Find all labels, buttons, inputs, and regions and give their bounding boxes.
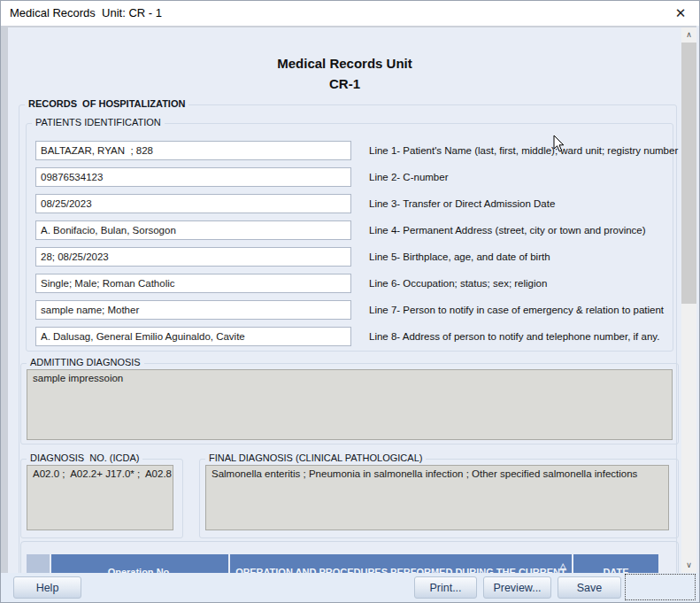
column-header-operation-no[interactable]: Operation No. xyxy=(51,554,228,573)
patient-row-label: Line 2- C-number xyxy=(369,167,448,187)
birthplace-age-field[interactable] xyxy=(35,247,351,267)
patient-row: Line 5- Birthplace, age, and date of bir… xyxy=(35,247,351,267)
diagnosis-no-label: DIAGNOSIS NO. (ICDA) xyxy=(27,452,142,463)
medical-records-dialog: Medical Records Unit: CR - 1 ✕ Medical R… xyxy=(0,0,700,603)
admitting-diagnosis-textarea[interactable]: sample impressoion xyxy=(27,369,673,440)
preview-button[interactable]: Preview... xyxy=(483,576,551,599)
form-title: Medical Records Unit xyxy=(8,56,681,71)
form-subtitle: CR-1 xyxy=(8,76,681,91)
dialog-body: Medical Records Unit CR-1 RECORDS OF HOS… xyxy=(1,26,699,573)
patients-identification-group: PATIENTS IDENTIFICATION Line 1- Patient'… xyxy=(26,123,673,352)
window-title: Medical Records Unit: CR - 1 xyxy=(10,6,162,19)
contact-address-field[interactable] xyxy=(35,327,351,346)
patient-row: Line 4- Permanent Address (street, city … xyxy=(35,220,351,240)
diagnosis-no-group: DIAGNOSIS NO. (ICDA) A02.0 ; A02.2+ J17.… xyxy=(20,459,183,538)
scrollbar-thumb[interactable] xyxy=(681,43,696,304)
scroll-down-icon[interactable]: ∨ xyxy=(681,558,696,573)
patient-row-label: Line 1- Patient's Name (last, first, mid… xyxy=(369,141,678,160)
patients-group-label: PATIENTS IDENTIFICATION xyxy=(32,117,165,128)
admitting-diagnosis-label: ADMITTING DIAGNOSIS xyxy=(27,357,144,367)
column-header-label: OPERATION AND PROCEDURES PERFORMED DURIN… xyxy=(235,567,565,573)
help-button[interactable]: Help xyxy=(13,576,81,599)
occupation-status-field[interactable] xyxy=(35,274,351,293)
records-group-label: RECORDS OF HOSPITALIZATION xyxy=(25,98,188,109)
final-diagnosis-group: FINAL DIAGNOSIS (CLINICAL PATHOLOGICAL) … xyxy=(199,459,679,538)
patient-row-label: Line 4- Permanent Address (street, city … xyxy=(369,220,646,240)
patient-row-label: Line 3- Transfer or Direct Admission Dat… xyxy=(369,194,555,213)
diagnosis-no-textarea[interactable]: A02.0 ; A02.2+ J17.0* ; A02.8 xyxy=(27,465,173,530)
admitting-diagnosis-group: ADMITTING DIAGNOSIS sample impressoion xyxy=(20,363,679,445)
table-corner-cell[interactable] xyxy=(27,554,50,573)
vertical-scrollbar[interactable]: ∧ ∨ xyxy=(681,27,696,573)
form-scroll-panel: Medical Records Unit CR-1 RECORDS OF HOS… xyxy=(8,27,681,573)
save-button[interactable]: Save xyxy=(558,576,621,599)
patient-row: Line 8- Address of person to notify and … xyxy=(35,327,351,346)
patient-row-label: Line 5- Birthplace, age, and date of bir… xyxy=(369,247,550,267)
patient-row: Line 1- Patient's Name (last, first, mid… xyxy=(35,141,351,160)
column-header-operations-procedures[interactable]: OPERATION AND PROCEDURES PERFORMED DURIN… xyxy=(230,554,572,573)
patient-row: Line 6- Occupation; status; sex; religio… xyxy=(35,274,351,293)
patient-row: Line 7- Person to notify in case of emer… xyxy=(35,300,351,320)
final-diagnosis-textarea[interactable]: Salmonella enteritis ; Pneumonia in salm… xyxy=(205,465,669,530)
permanent-address-field[interactable] xyxy=(35,220,351,240)
footer-bar: Help Print... Preview... Save Close xyxy=(1,573,699,603)
c-number-field[interactable] xyxy=(35,167,351,187)
sort-ascending-icon[interactable]: △ xyxy=(559,561,566,572)
admission-date-field[interactable] xyxy=(35,194,351,213)
right-gutter xyxy=(696,26,700,573)
final-diagnosis-label: FINAL DIAGNOSIS (CLINICAL PATHOLOGICAL) xyxy=(205,452,426,463)
close-button-focus-ring: Close xyxy=(625,574,696,600)
operations-table-group: Operation No. OPERATION AND PROCEDURES P… xyxy=(20,541,679,573)
title-bar: Medical Records Unit: CR - 1 ✕ xyxy=(1,1,699,26)
patient-row-label: Line 8- Address of person to notify and … xyxy=(369,327,659,346)
patient-name-field[interactable] xyxy=(35,141,351,160)
patient-row-label: Line 7- Person to notify in case of emer… xyxy=(369,300,664,320)
emergency-contact-field[interactable] xyxy=(35,300,351,320)
column-header-date-performed[interactable]: DATE PERFORMED xyxy=(573,554,658,573)
operations-table-header: Operation No. OPERATION AND PROCEDURES P… xyxy=(27,554,660,573)
patient-row-label: Line 6- Occupation; status; sex; religio… xyxy=(369,274,547,293)
scroll-up-icon[interactable]: ∧ xyxy=(681,27,696,43)
patient-row: Line 3- Transfer or Direct Admission Dat… xyxy=(35,194,351,213)
close-icon[interactable]: ✕ xyxy=(669,4,692,23)
print-button[interactable]: Print... xyxy=(414,576,477,599)
patient-row: Line 2- C-number xyxy=(35,167,351,187)
